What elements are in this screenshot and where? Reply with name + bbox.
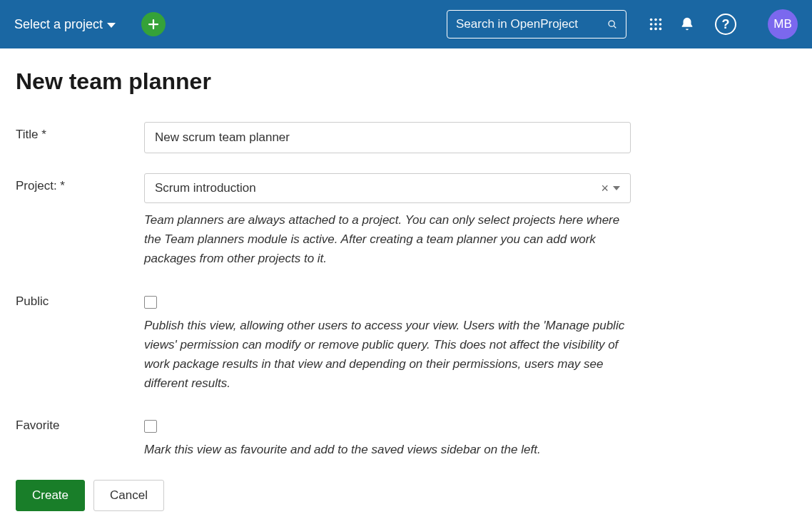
create-button[interactable]: Create	[16, 480, 85, 511]
project-selector[interactable]: Select a project	[14, 17, 116, 32]
form-row-favorite: Favorite Mark this view as favourite and…	[16, 413, 796, 459]
button-row: Create Cancel	[16, 480, 796, 511]
page-title: New team planner	[16, 68, 796, 95]
project-label: Project: *	[16, 173, 144, 193]
caret-down-icon	[107, 23, 116, 28]
search-input[interactable]	[456, 17, 607, 31]
form-row-title: Title *	[16, 122, 796, 153]
svg-point-6	[659, 19, 662, 21]
favorite-label: Favorite	[16, 413, 144, 433]
modules-button[interactable]	[648, 16, 664, 32]
form-row-project: Project: * Scrum introduction × Team pla…	[16, 173, 796, 269]
notifications-button[interactable]	[679, 16, 695, 32]
plus-icon	[147, 18, 160, 31]
title-label: Title *	[16, 122, 144, 142]
bell-icon	[679, 16, 695, 32]
chevron-down-icon	[613, 186, 620, 190]
top-bar: Select a project ? MB	[0, 0, 812, 48]
svg-point-10	[650, 28, 653, 31]
search-box[interactable]	[447, 10, 626, 38]
user-avatar[interactable]: MB	[768, 9, 798, 39]
favorite-help-text: Mark this view as favourite and add to t…	[144, 440, 631, 459]
public-checkbox[interactable]	[144, 296, 157, 309]
project-select-value: Scrum introduction	[155, 181, 597, 195]
public-label: Public	[16, 289, 144, 309]
project-help-text: Team planners are always attached to a p…	[144, 210, 631, 269]
add-button[interactable]	[141, 12, 166, 36]
project-selector-label: Select a project	[14, 17, 103, 32]
svg-point-9	[659, 23, 662, 26]
help-button[interactable]: ?	[715, 14, 736, 35]
grid-icon	[648, 16, 664, 32]
svg-point-11	[654, 28, 657, 31]
svg-point-8	[654, 23, 657, 26]
public-help-text: Publish this view, allowing other users …	[144, 316, 631, 394]
title-input[interactable]	[144, 122, 631, 153]
svg-point-12	[659, 28, 662, 31]
svg-point-5	[654, 19, 657, 21]
project-select[interactable]: Scrum introduction ×	[144, 173, 631, 203]
svg-line-3	[614, 26, 616, 28]
favorite-checkbox[interactable]	[144, 420, 157, 433]
help-icon: ?	[715, 14, 736, 35]
main-content: New team planner Title * Project: * Scru…	[0, 48, 812, 524]
search-icon	[607, 17, 617, 31]
svg-point-4	[650, 19, 653, 21]
svg-point-7	[650, 23, 653, 26]
clear-icon[interactable]: ×	[597, 181, 613, 196]
avatar-initials: MB	[773, 17, 792, 31]
cancel-button[interactable]: Cancel	[93, 480, 164, 511]
svg-point-2	[609, 21, 614, 26]
form-row-public: Public Publish this view, allowing other…	[16, 289, 796, 394]
